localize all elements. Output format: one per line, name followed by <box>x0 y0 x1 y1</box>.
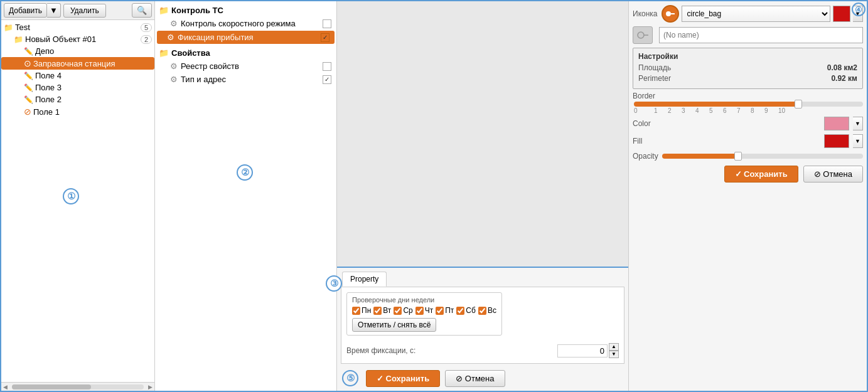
svg-point-60 <box>638 32 644 38</box>
scroll-right-arrow[interactable]: ▶ <box>146 384 154 390</box>
folder-icon: 📁 <box>159 48 169 58</box>
item-label: Контроль скоростного режима <box>181 19 296 28</box>
section-kontrol: 📁 Контроль ТС <box>155 4 336 17</box>
tree-item-test[interactable]: 📁 Test 5 <box>1 21 154 33</box>
property-content: Проверочные дни недели Пн Вт Ср Чт Пт Сб… <box>341 287 624 364</box>
checkbox-fiksaciya[interactable] <box>321 33 330 42</box>
panel-num-4: ④ <box>852 3 865 16</box>
item-label: Фиксация прибытия <box>178 33 254 42</box>
icon-color-swatch[interactable] <box>833 6 850 22</box>
pen-icon: ✏️ <box>24 72 33 80</box>
item-label: Тип и адрес <box>181 75 226 84</box>
icon-row: Иконка circle_bag ▼ <box>633 5 863 23</box>
middle-item-fiksaciya[interactable]: ⚙ Фиксация прибытия <box>157 31 335 44</box>
search-button[interactable]: 🔍 <box>132 3 152 18</box>
spin-down-button[interactable]: ▼ <box>609 351 619 358</box>
color-label: Color <box>633 119 651 128</box>
border-section: Border 0 1 2 3 4 5 6 7 8 9 10 <box>633 92 863 114</box>
right-cancel-button[interactable]: ⊘ Отмена <box>803 166 863 183</box>
tree-item-obj01[interactable]: 📁 Новый Объект #01 2 <box>1 33 154 45</box>
fill-swatch-box[interactable] <box>824 134 849 148</box>
days-group-wrapper: Проверочные дни недели Пн Вт Ср Чт Пт Сб… <box>346 292 502 339</box>
gear-icon: ⚙ <box>170 61 178 71</box>
day-vt[interactable]: Вт <box>373 306 391 315</box>
checkbox-reestr[interactable] <box>323 62 331 71</box>
icon-select-row: circle_bag ▼ <box>662 5 864 23</box>
day-cht[interactable]: Чт <box>415 306 434 315</box>
day-sr[interactable]: Ср <box>394 306 412 315</box>
pen-icon: ✏️ <box>24 83 33 92</box>
svg-point-58 <box>666 11 671 16</box>
scroll-left-arrow[interactable]: ◀ <box>1 384 9 390</box>
tree-item-label: Новый Объект #01 <box>25 34 96 44</box>
color-swatch-box[interactable] <box>824 117 849 130</box>
right-actions: ✓ Сохранить ⊘ Отмена <box>633 166 863 183</box>
add-button[interactable]: Добавить <box>4 3 47 18</box>
bottom-panel: ③ Property Проверочные дни недели Пн Вт … <box>337 267 628 391</box>
day-pt[interactable]: Пт <box>436 306 454 315</box>
property-tabs: Property <box>337 268 628 287</box>
border-slider-track[interactable] <box>634 102 863 107</box>
fill-dropdown-arrow[interactable]: ▼ <box>853 134 863 148</box>
toggle-all-button[interactable]: Отметить / снять всё <box>352 318 436 332</box>
name-input[interactable] <box>659 27 863 43</box>
gear-icon: ⚙ <box>170 19 178 28</box>
day-vt-checkbox[interactable] <box>373 307 382 315</box>
bottom-cancel-button[interactable]: ⊘ Отмена <box>445 370 505 387</box>
day-vs-checkbox[interactable] <box>478 307 486 315</box>
color-dropdown-arrow[interactable]: ▼ <box>853 117 863 130</box>
folder-icon: 📁 <box>159 6 169 15</box>
day-sr-checkbox[interactable] <box>394 307 402 315</box>
opacity-slider-track[interactable] <box>662 154 863 159</box>
spin-up-button[interactable]: ▲ <box>609 343 619 351</box>
checkbox-kontrol-skorost[interactable] <box>323 19 331 28</box>
day-pt-checkbox[interactable] <box>436 307 444 315</box>
fill-row: Fill ▼ <box>633 134 863 148</box>
time-input[interactable] <box>557 344 608 358</box>
pen-icon: ✏️ <box>24 47 33 56</box>
section-label: Свойства <box>171 48 210 58</box>
checkbox-tip-adres[interactable] <box>323 75 331 84</box>
opacity-slider-thumb[interactable] <box>734 152 742 161</box>
tree-item-depo[interactable]: ✏️ Депо <box>1 45 154 57</box>
color-row: Color ▼ <box>633 117 863 130</box>
icon-preview <box>662 5 679 23</box>
day-pn[interactable]: Пн <box>352 306 371 315</box>
middle-item-kontrol-skorost[interactable]: ⚙ Контроль скоростного режима <box>155 17 336 30</box>
tree-item-pole4[interactable]: ✏️ Поле 4 <box>1 70 154 82</box>
time-label: Время фиксации, с: <box>346 346 557 355</box>
tree-item-label: Поле 3 <box>35 83 62 92</box>
add-button-arrow[interactable]: ▼ <box>47 3 61 18</box>
day-sb-checkbox[interactable] <box>456 307 464 315</box>
tree-item-pole2[interactable]: ✏️ Поле 2 <box>1 93 154 105</box>
middle-item-reestr[interactable]: ⚙ Реестр свойств <box>155 60 336 73</box>
bottom-actions: ⑤ ✓ Сохранить ⊘ Отмена <box>337 366 628 391</box>
map-container: ↑ ↓ ↑ ул. Карла Цеткин P P P 179 177 175 <box>337 1 628 267</box>
day-vs[interactable]: Вс <box>478 306 496 315</box>
tree-item-zapravka[interactable]: ⊙ Заправочная станция <box>1 57 154 70</box>
tree-item-pole1[interactable]: ⊘ Поле 1 <box>1 105 154 118</box>
day-sb[interactable]: Сб <box>456 306 476 315</box>
tree-item-label: Заправочная станция <box>33 59 115 68</box>
tree-item-label: Поле 4 <box>35 71 62 80</box>
tree-item-pole3[interactable]: ✏️ Поле 3 <box>1 82 154 93</box>
folder-icon: 📁 <box>14 35 23 44</box>
day-cht-checkbox[interactable] <box>415 307 424 315</box>
item-label: Реестр свойств <box>181 61 239 71</box>
fill-label: Fill <box>633 137 642 146</box>
tab-property[interactable]: Property <box>342 272 387 287</box>
days-group: Проверочные дни недели Пн Вт Ср Чт Пт Сб… <box>346 292 502 336</box>
right-save-button[interactable]: ✓ Сохранить <box>724 166 798 183</box>
icon-dropdown[interactable]: circle_bag <box>682 6 831 22</box>
border-slider-thumb[interactable] <box>795 100 802 109</box>
middle-item-tip-adres[interactable]: ⚙ Тип и адрес <box>155 73 336 86</box>
day-pn-checkbox[interactable] <box>352 307 360 315</box>
middle-panel: ② 📁 Контроль ТС ⚙ Контроль скоростного р… <box>155 1 337 391</box>
middle-content: 📁 Контроль ТС ⚙ Контроль скоростного реж… <box>155 1 336 391</box>
border-nums-row: 0 1 2 3 4 5 6 7 8 9 10 <box>633 107 863 114</box>
tree-item-label: Депо <box>35 46 54 56</box>
settings-group: Настройки Площадь 0.08 км2 Perimeter 0.9… <box>633 48 863 89</box>
delete-button[interactable]: Удалить <box>63 4 106 18</box>
bottom-save-button[interactable]: ✓ Сохранить <box>366 370 440 387</box>
left-panel: Добавить ▼ Удалить 🔍 📁 Test 5 📁 Новый Об… <box>1 1 155 391</box>
